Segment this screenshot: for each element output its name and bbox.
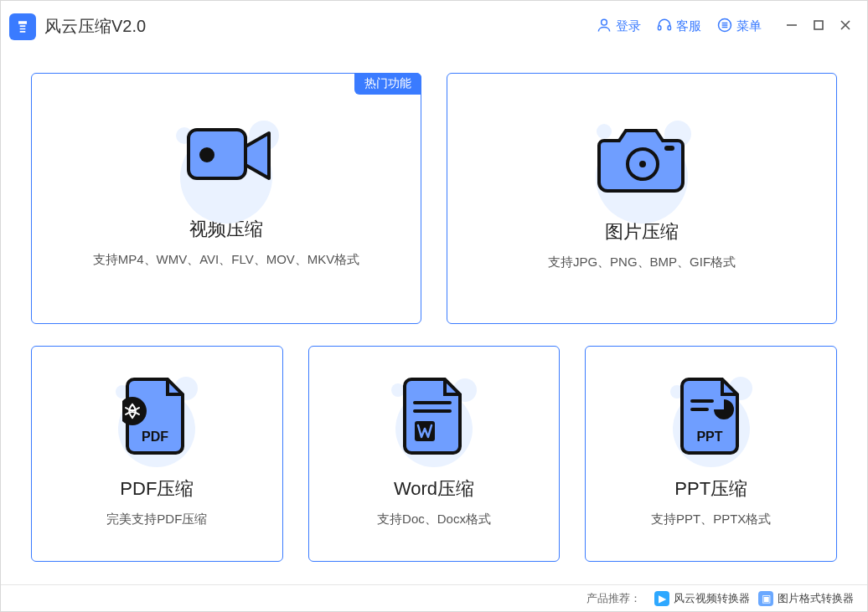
card-subtitle: 支持Doc、Docx格式 — [377, 512, 491, 527]
hot-badge: 热门功能 — [354, 73, 421, 95]
close-button[interactable] — [834, 15, 857, 39]
ppt-file-icon: PPT — [677, 376, 746, 461]
user-icon — [596, 17, 616, 36]
maximize-icon — [813, 19, 824, 33]
card-word-compress[interactable]: Word压缩 支持Doc、Docx格式 — [308, 346, 561, 562]
svg-rect-9 — [189, 130, 245, 178]
close-icon — [840, 19, 851, 33]
main-content: 热门功能 视频压缩 支持MP4、WMV、AVI、FLV、MOV、MKV格式 — [1, 53, 867, 592]
card-video-compress[interactable]: 热门功能 视频压缩 支持MP4、WMV、AVI、FLV、MOV、MKV格式 — [31, 73, 421, 324]
card-pdf-compress[interactable]: PDF PDF压缩 完美支持PDF压缩 — [31, 346, 283, 562]
card-subtitle: 支持MP4、WMV、AVI、FLV、MOV、MKV格式 — [93, 252, 360, 268]
service-button[interactable]: 客服 — [656, 17, 701, 36]
svg-point-15 — [639, 161, 646, 167]
titlebar: 风云压缩V2.0 登录 客服 菜单 — [1, 1, 867, 53]
footer-label: 产品推荐： — [586, 591, 641, 606]
app-title: 风云压缩V2.0 — [44, 15, 146, 38]
svg-rect-2 — [659, 26, 661, 30]
card-image-compress[interactable]: 图片压缩 支持JPG、PNG、BMP、GIF格式 — [447, 73, 837, 324]
image-icon: ▣ — [758, 591, 773, 606]
recommend-app-label: 风云视频转换器 — [674, 591, 750, 606]
headset-icon — [656, 17, 676, 36]
card-subtitle: 支持PPT、PPTX格式 — [651, 512, 771, 527]
card-title: 视频压缩 — [189, 217, 263, 242]
svg-rect-16 — [664, 146, 674, 151]
card-title: Word压缩 — [394, 476, 474, 501]
menu-button[interactable]: 菜单 — [716, 17, 762, 36]
minimize-button[interactable] — [780, 15, 803, 39]
pdf-file-icon: PDF — [122, 376, 191, 461]
card-subtitle: 支持JPG、PNG、BMP、GIF格式 — [548, 255, 736, 270]
service-label: 客服 — [676, 18, 701, 34]
card-title: PPT压缩 — [674, 476, 747, 501]
word-file-icon — [400, 376, 468, 461]
camera-icon — [592, 116, 691, 201]
card-row-top: 热门功能 视频压缩 支持MP4、WMV、AVI、FLV、MOV、MKV格式 — [31, 73, 837, 324]
maximize-button[interactable] — [807, 15, 830, 39]
card-subtitle: 完美支持PDF压缩 — [106, 512, 207, 527]
svg-text:PPT: PPT — [696, 429, 722, 444]
menu-label: 菜单 — [736, 18, 762, 34]
card-ppt-compress[interactable]: PPT PPT压缩 支持PPT、PPTX格式 — [585, 346, 837, 562]
minimize-icon — [786, 19, 798, 33]
card-title: 图片压缩 — [605, 219, 679, 244]
card-title: PDF压缩 — [120, 476, 194, 501]
footer: 产品推荐： ▶ 风云视频转换器 ▣ 图片格式转换器 — [1, 584, 867, 611]
recommend-app-video-converter[interactable]: ▶ 风云视频转换器 — [654, 591, 750, 606]
svg-point-1 — [602, 19, 607, 25]
svg-rect-5 — [814, 21, 823, 29]
svg-rect-3 — [668, 26, 670, 30]
card-row-bottom: PDF PDF压缩 完美支持PDF压缩 — [31, 346, 837, 562]
login-button[interactable]: 登录 — [596, 17, 641, 36]
svg-point-10 — [199, 147, 214, 162]
recommend-app-label: 图片格式转换器 — [778, 591, 854, 606]
video-camera-icon — [177, 118, 276, 198]
app-logo-icon — [9, 13, 36, 40]
play-icon: ▶ — [654, 591, 669, 606]
login-label: 登录 — [616, 18, 641, 34]
recommend-app-image-converter[interactable]: ▣ 图片格式转换器 — [758, 591, 854, 606]
svg-text:PDF: PDF — [142, 429, 168, 444]
menu-icon — [716, 17, 736, 36]
